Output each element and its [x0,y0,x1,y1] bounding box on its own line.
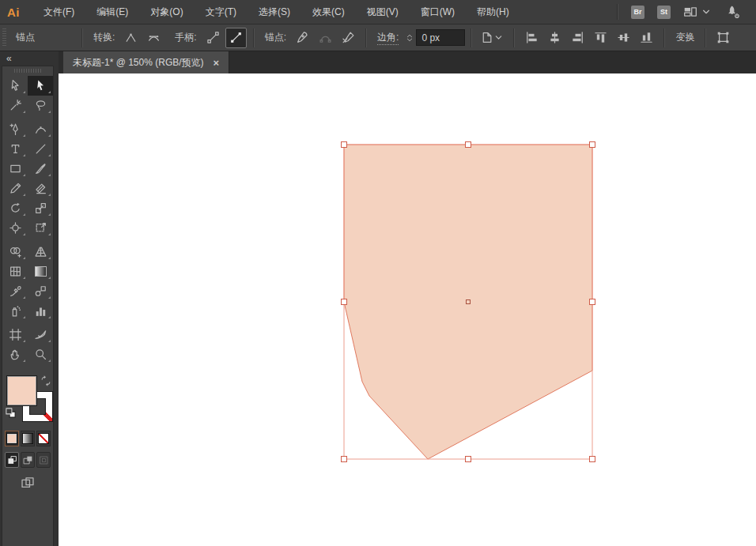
eyedropper-tool[interactable] [2,281,28,301]
none-button[interactable] [36,431,51,446]
transform-panel-button[interactable]: 变换 [675,31,694,44]
artboard-tool[interactable] [2,325,28,345]
selection-tool[interactable] [2,76,28,96]
selection-handle[interactable] [590,457,595,462]
hand-tool[interactable] [2,345,28,364]
isolate-bounding-box-button[interactable] [713,28,734,48]
menu-item-3[interactable]: 文字(T) [195,6,248,19]
document-tab[interactable]: 未标题-1* @ 150% (RGB/预览) × [63,51,229,73]
scale-tool[interactable] [28,198,53,218]
connect-endpoints-button [315,28,336,48]
symbol-sprayer-tool[interactable] [2,301,28,321]
control-bar-grip[interactable] [2,28,6,47]
align-bottom-button[interactable] [636,28,657,48]
free-transform-tool[interactable] [28,218,53,238]
handles-show-button[interactable] [202,28,224,48]
color-chip [6,433,17,444]
select-similar-button[interactable] [478,28,507,48]
color-button[interactable] [5,431,19,446]
screen-mode-button[interactable] [2,476,53,490]
default-swatches-icon[interactable] [5,407,17,419]
paint-style-buttons [5,431,51,446]
convert-smooth-button[interactable] [143,28,164,48]
selection-handle[interactable] [342,142,347,148]
selection-handle[interactable] [342,457,347,462]
draw-behind-button[interactable] [21,452,35,468]
gradient-chip [22,433,33,444]
shape-center-point[interactable] [467,300,471,304]
rotate-tool[interactable] [2,198,28,218]
menu-item-0[interactable]: 文件(F) [32,6,85,19]
anchor-button-group [291,28,360,48]
draw-normal-button[interactable] [5,452,19,468]
lasso-tool[interactable] [28,96,53,115]
align-left-button[interactable] [521,28,542,48]
blend-tool[interactable] [28,281,53,301]
menu-item-2[interactable]: 对象(O) [139,6,194,19]
eraser-tool[interactable] [28,179,53,198]
drawing-mode-buttons [5,452,51,468]
fill-swatch[interactable] [6,375,37,406]
menu-item-4[interactable]: 选择(S) [248,6,301,19]
menu-item-6[interactable]: 视图(V) [356,6,410,19]
paintbrush-tool[interactable] [28,159,53,179]
type-tool[interactable] [2,139,28,159]
swap-fill-stroke-icon[interactable] [40,375,51,386]
divider [253,28,255,47]
rectangle-tool[interactable] [2,159,28,179]
handles-hide-button[interactable] [225,28,247,48]
menu-item-7[interactable]: 窗口(W) [410,6,466,19]
selection-handle[interactable] [342,299,347,305]
selection-handle[interactable] [466,457,471,462]
align-top-button[interactable] [590,28,611,48]
pen-tool[interactable] [2,119,28,139]
anchors-label: 锚点: [265,31,286,44]
chevron-down-icon [699,5,713,19]
mesh-tool[interactable] [2,262,28,281]
menu-item-8[interactable]: 帮助(H) [466,6,520,19]
direct-selection-tool[interactable] [28,76,53,96]
toolbox [2,66,54,546]
selection-handle[interactable] [590,142,595,148]
curvature-tool[interactable] [28,119,53,139]
convert-label: 转换: [93,31,115,44]
selection-handle[interactable] [466,142,471,148]
menu-item-5[interactable]: 效果(C) [301,6,356,19]
close-tab-icon[interactable]: × [214,57,220,69]
menu-item-1[interactable]: 编辑(E) [85,6,139,19]
gpu-performance-icon[interactable] [726,5,740,19]
chevron-down-icon [492,31,505,44]
corner-radius-input[interactable]: 0 px [416,29,465,46]
selection-handle[interactable] [590,299,595,305]
canvas[interactable] [59,73,756,546]
menu-items: 文件(F)编辑(E)对象(O)文字(T)选择(S)效果(C)视图(V)窗口(W)… [32,6,520,19]
perspective-grid-tool[interactable] [28,242,53,262]
cut-path-button[interactable] [338,28,359,48]
shape-builder-tool[interactable] [2,242,28,262]
column-graph-tool[interactable] [28,301,53,321]
magic-wand-tool[interactable] [2,96,28,115]
stock-button[interactable]: St [657,6,671,19]
width-tool[interactable] [2,218,28,238]
shaper-tool[interactable] [2,179,28,198]
corner-label[interactable]: 边角: [377,31,399,45]
corner-stepper[interactable] [405,32,414,44]
slice-tool[interactable] [28,325,53,345]
zoom-tool[interactable] [28,345,53,364]
gradient-button[interactable] [21,431,35,446]
collapse-panel-button[interactable]: « [0,51,59,66]
align-right-button[interactable] [567,28,588,48]
document-tab-title: 未标题-1* @ 150% (RGB/预览) [73,56,204,70]
control-bar: 锚点 转换: 手柄: 锚点: 边角: 0 px 变换 [0,24,756,51]
line-segment-tool[interactable] [28,139,53,159]
workspace-switcher-button[interactable] [683,5,713,19]
toolbox-grip[interactable] [14,69,41,73]
align-center-horizontal-button[interactable] [544,28,565,48]
bridge-button[interactable]: Br [631,6,644,19]
menubar-divider [617,4,618,20]
gradient-tool[interactable] [28,262,53,281]
remove-anchor-button[interactable] [292,28,313,48]
convert-corner-button[interactable] [120,28,142,48]
tool-grid [2,76,53,364]
align-middle-vertical-button[interactable] [613,28,634,48]
